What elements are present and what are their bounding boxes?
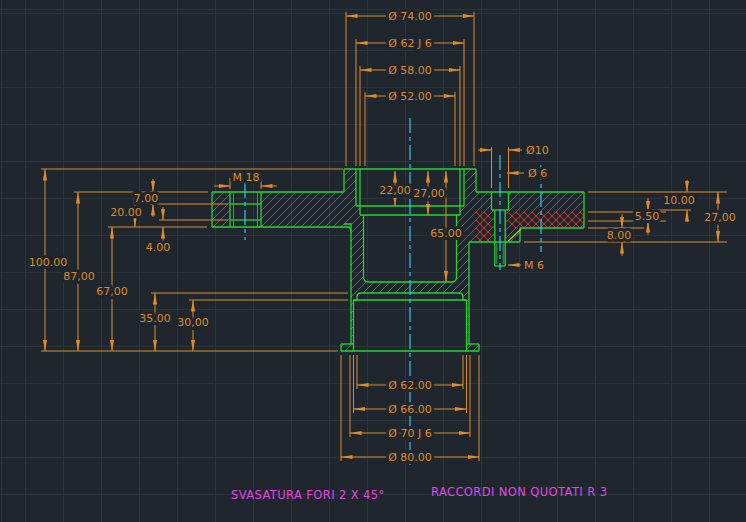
cad-drawing-canvas[interactable]: Ø 74.00 Ø 62 J 6 Ø 58.00 Ø 52.00 Ø 62.00…	[0, 0, 746, 522]
dim-height-67: 67,00	[96, 285, 128, 298]
dim-diameter-80: Ø 80.00	[388, 451, 432, 464]
dim-diameter-66: Ø 66.00	[388, 403, 432, 416]
dim-diameter-62-j6: Ø 62 J 6	[388, 37, 431, 50]
dim-thickness-20: 20.00	[110, 206, 142, 219]
dim-step-4: 4.00	[146, 241, 171, 254]
dim-diameter-70-j6: Ø 70 J 6	[388, 427, 431, 440]
dim-thickness-27-right: 27,00	[704, 211, 736, 224]
dim-height-100: 100.00	[29, 256, 68, 269]
dim-depth-10: 10.00	[663, 194, 695, 207]
dim-step-7: 7.00	[134, 192, 159, 205]
label-hole-d6: Ø 6	[528, 167, 547, 180]
note-fillets: RACCORDI NON QUOTATI R 3	[431, 485, 607, 499]
dim-diameter-62-bottom: Ø 62.00	[388, 379, 432, 392]
label-thread-m6: M 6	[524, 259, 544, 272]
label-thread-m18: M 18	[233, 171, 260, 184]
dim-depth-22: 22,00	[379, 184, 411, 197]
technical-drawing: Ø 74.00 Ø 62 J 6 Ø 58.00 Ø 52.00 Ø 62.00…	[0, 0, 746, 522]
drawing-notes: SVASATURA FORI 2 X 45° RACCORDI NON QUOT…	[231, 485, 607, 502]
dim-depth-35: 35.00	[139, 312, 171, 325]
dim-height-87: 87,00	[63, 270, 95, 283]
dim-step-5-5: 5.50	[635, 210, 660, 223]
dimension-text: Ø 74.00 Ø 62 J 6 Ø 58.00 Ø 52.00 Ø 62.00…	[29, 10, 736, 464]
dim-diameter-58: Ø 58.00	[388, 64, 432, 77]
dim-depth-30: 30,00	[177, 316, 209, 329]
dim-depth-65: 65.00	[430, 227, 462, 240]
label-counterbore-d10: Ø10	[526, 144, 549, 157]
dim-step-8: 8.00	[607, 229, 632, 242]
dim-diameter-52: Ø 52.00	[388, 90, 432, 103]
note-countersink: SVASATURA FORI 2 X 45°	[231, 488, 385, 502]
dim-depth-27-center: 27,00	[413, 187, 445, 200]
dim-diameter-74: Ø 74.00	[388, 10, 432, 23]
